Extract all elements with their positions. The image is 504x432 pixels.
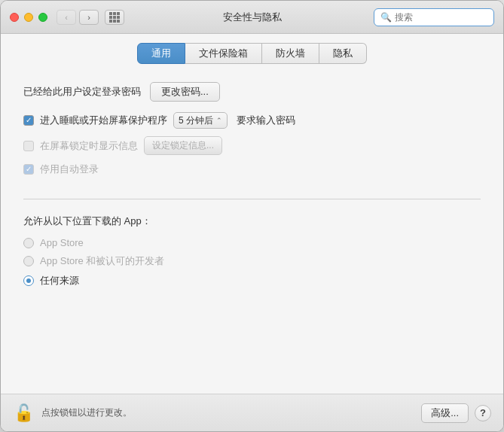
anywhere-radio[interactable] bbox=[23, 275, 34, 286]
window-title: 安全性与隐私 bbox=[223, 11, 282, 24]
nav-buttons: ‹ › bbox=[57, 10, 99, 25]
tab-general[interactable]: 通用 bbox=[137, 43, 185, 64]
forward-button[interactable]: › bbox=[79, 10, 99, 25]
download-section: 允许从以下位置下载的 App： App Store App Store 和被认可… bbox=[23, 199, 481, 294]
dropdown-value: 5 分钟后 bbox=[179, 114, 213, 127]
close-button[interactable] bbox=[10, 13, 19, 22]
minimize-button[interactable] bbox=[24, 13, 33, 22]
sleep-row: 进入睡眠或开始屏幕保护程序 5 分钟后 ⌃ 要求输入密码 bbox=[23, 112, 481, 129]
tab-privacy[interactable]: 隐私 bbox=[319, 43, 367, 64]
password-label: 已经给此用户设定登录密码 bbox=[23, 85, 141, 99]
password-row: 已经给此用户设定登录密码 更改密码... bbox=[23, 82, 481, 102]
lock-area: 🔓 点按锁钮以进行更改。 bbox=[13, 403, 132, 424]
lock-screen-row: 在屏幕锁定时显示信息 设定锁定信息... bbox=[23, 136, 481, 155]
search-box[interactable]: 🔍 bbox=[374, 8, 494, 26]
traffic-lights bbox=[10, 13, 47, 22]
search-input[interactable] bbox=[395, 12, 487, 23]
lock-instructions: 点按锁钮以进行更改。 bbox=[41, 406, 132, 419]
tabs-bar: 通用 文件保险箱 防火墙 隐私 bbox=[1, 34, 503, 70]
sleep-label: 进入睡眠或开始屏幕保护程序 bbox=[40, 114, 167, 127]
search-icon: 🔍 bbox=[380, 12, 392, 23]
advanced-button[interactable]: 高级... bbox=[421, 403, 469, 423]
content-area: 已经给此用户设定登录密码 更改密码... 进入睡眠或开始屏幕保护程序 5 分钟后… bbox=[1, 70, 503, 394]
lock-screen-label: 在屏幕锁定时显示信息 bbox=[40, 139, 138, 153]
password-section: 已经给此用户设定登录密码 更改密码... 进入睡眠或开始屏幕保护程序 5 分钟后… bbox=[23, 82, 481, 199]
set-lock-button: 设定锁定信息... bbox=[144, 136, 222, 155]
tab-filevault[interactable]: 文件保险箱 bbox=[185, 43, 262, 64]
anywhere-radio-row: 任何来源 bbox=[23, 274, 481, 287]
help-button[interactable]: ? bbox=[475, 405, 491, 421]
sleep-checkbox[interactable] bbox=[23, 115, 34, 126]
padlock-icon: 🔓 bbox=[14, 403, 34, 423]
auto-login-row: 停用自动登录 bbox=[23, 163, 481, 176]
maximize-button[interactable] bbox=[38, 13, 47, 22]
chevron-down-icon: ⌃ bbox=[216, 117, 222, 124]
grid-icon bbox=[109, 12, 120, 23]
main-window: ‹ › 安全性与隐私 🔍 通用 文件保险箱 防火墙 隐私 bbox=[0, 0, 504, 432]
footer: 🔓 点按锁钮以进行更改。 高级... ? bbox=[1, 394, 503, 431]
appstore-dev-radio[interactable] bbox=[23, 256, 34, 266]
sleep-dropdown[interactable]: 5 分钟后 ⌃ bbox=[173, 112, 228, 129]
allow-downloads-label: 允许从以下位置下载的 App： bbox=[23, 214, 481, 228]
change-password-button[interactable]: 更改密码... bbox=[150, 82, 220, 102]
appstore-radio[interactable] bbox=[23, 238, 34, 248]
appstore-dev-radio-row: App Store 和被认可的开发者 bbox=[23, 254, 481, 268]
lock-screen-checkbox[interactable] bbox=[23, 141, 34, 151]
auto-login-checkbox[interactable] bbox=[23, 164, 34, 175]
auto-login-label: 停用自动登录 bbox=[40, 163, 99, 176]
tab-firewall[interactable]: 防火墙 bbox=[262, 43, 319, 64]
appstore-dev-label: App Store 和被认可的开发者 bbox=[40, 254, 164, 268]
grid-button[interactable] bbox=[105, 10, 124, 25]
lock-icon[interactable]: 🔓 bbox=[13, 403, 34, 424]
back-button[interactable]: ‹ bbox=[57, 10, 76, 25]
anywhere-label: 任何来源 bbox=[40, 274, 79, 287]
require-password-label: 要求输入密码 bbox=[237, 114, 295, 127]
titlebar: ‹ › 安全性与隐私 🔍 bbox=[1, 1, 503, 34]
appstore-radio-row: App Store bbox=[23, 237, 481, 248]
appstore-label: App Store bbox=[40, 237, 84, 248]
footer-right: 高级... ? bbox=[421, 403, 491, 423]
